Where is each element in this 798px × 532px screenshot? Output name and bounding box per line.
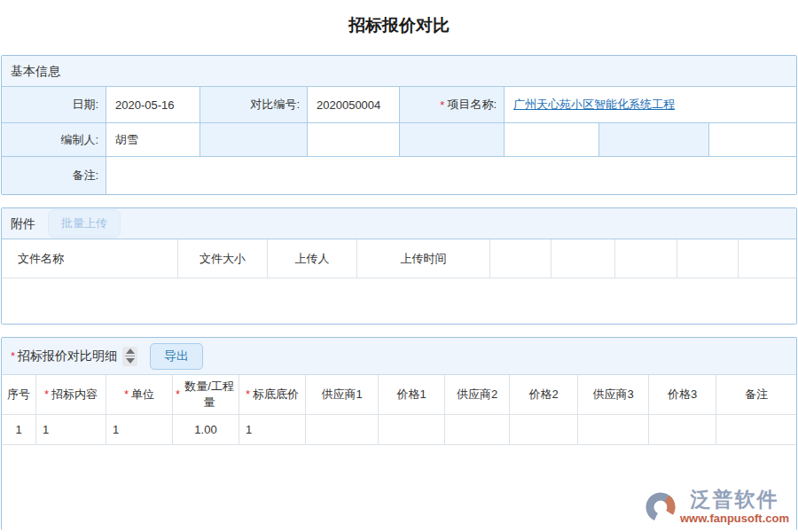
compare-no-label: 对比编号: <box>200 87 308 123</box>
sort-toggle-icon[interactable] <box>122 347 137 366</box>
sort-down-icon <box>126 358 135 364</box>
required-asterisk: * <box>246 387 250 403</box>
attachments-column-header: 上传人 <box>268 239 357 278</box>
project-name-label: * 项目名称: <box>400 87 505 123</box>
detail-column-header: 价格3 <box>649 375 716 415</box>
detail-table-cell[interactable] <box>510 415 578 445</box>
empty-value-cell <box>308 123 400 157</box>
page-title: 招标报价对比 <box>0 0 798 55</box>
detail-column-header: 序号 <box>2 375 36 415</box>
detail-table-cell[interactable] <box>379 415 445 445</box>
basic-info-section: 基本信息 日期: 2020-05-16 对比编号: 2020050004 * 项… <box>1 55 797 195</box>
detail-column-header: 供应商3 <box>578 375 649 415</box>
required-asterisk: * <box>176 387 180 403</box>
detail-table-body: 1111.001 <box>2 415 796 445</box>
project-name-cell: 广州天心苑小区智能化系统工程 <box>505 87 796 123</box>
attachments-column-header <box>677 239 739 278</box>
attachments-section: 附件 批量上传 文件名称文件大小上传人上传时间 <box>1 207 797 325</box>
detail-section: * 招标报价对比明细 导出 序号*招标内容*单位*数量/工程量*标底底价供应商1… <box>1 337 797 530</box>
sort-up-icon <box>126 348 135 354</box>
attachments-column-header: 上传时间 <box>357 239 490 278</box>
detail-table-cell[interactable]: 1 <box>239 415 306 445</box>
attachments-column-header <box>552 239 615 278</box>
project-name-label-text: 项目名称: <box>447 97 497 113</box>
attachments-column-header: 文件大小 <box>178 239 268 278</box>
detail-column-header: 供应商1 <box>306 375 379 415</box>
vendor-name: 泛普软件 <box>690 489 778 511</box>
attachments-column-header <box>615 239 677 278</box>
empty-label-cell <box>599 123 709 157</box>
detail-column-header: 供应商2 <box>445 375 510 415</box>
attachments-column-header <box>739 239 796 278</box>
detail-table-cell[interactable] <box>649 415 716 445</box>
attachments-column-header: 文件名称 <box>2 239 178 278</box>
detail-table-cell[interactable]: 1 <box>36 415 106 445</box>
remark-value[interactable] <box>106 157 796 194</box>
detail-column-header: 价格1 <box>379 375 445 415</box>
empty-value-cell <box>709 123 796 157</box>
detail-column-header: *数量/工程量 <box>173 375 239 415</box>
required-asterisk: * <box>44 387 49 403</box>
fanpu-logo-icon <box>643 489 678 524</box>
detail-table-cell[interactable]: 1 <box>2 415 36 445</box>
detail-column-header: 价格2 <box>510 375 578 415</box>
vendor-url: www.fanpusoft.com <box>680 512 789 525</box>
project-name-link[interactable]: 广州天心苑小区智能化系统工程 <box>513 97 675 113</box>
date-value[interactable]: 2020-05-16 <box>106 87 200 123</box>
compare-no-value[interactable]: 2020050004 <box>308 87 400 123</box>
detail-table-cell[interactable] <box>716 415 796 445</box>
detail-header-row: 序号*招标内容*单位*数量/工程量*标底底价供应商1价格1供应商2价格2供应商3… <box>2 375 796 415</box>
required-asterisk: * <box>440 98 444 112</box>
creator-label: 编制人: <box>2 123 106 157</box>
attachments-header-row: 文件名称文件大小上传人上传时间 <box>2 239 796 278</box>
detail-column-header: *招标内容 <box>36 375 106 415</box>
sort-separator <box>125 356 135 356</box>
date-label: 日期: <box>2 87 106 123</box>
detail-table-cell[interactable]: 1.00 <box>173 415 239 445</box>
detail-table-cell[interactable] <box>306 415 379 445</box>
vendor-logo: 泛普软件 www.fanpusoft.com <box>643 489 789 525</box>
basic-info-section-title: 基本信息 <box>2 56 796 87</box>
attachments-empty-area <box>2 278 796 324</box>
required-asterisk: * <box>124 387 129 403</box>
empty-value-cell <box>505 123 599 157</box>
detail-section-title: 招标报价对比明细 <box>18 348 117 364</box>
detail-column-header: *标底底价 <box>239 375 306 415</box>
attachments-section-title: 附件 <box>11 208 35 239</box>
attachments-column-header <box>490 239 552 278</box>
detail-table-cell[interactable]: 1 <box>106 415 173 445</box>
batch-upload-button[interactable]: 批量上传 <box>48 209 121 238</box>
detail-column-header: 备注 <box>716 375 796 415</box>
detail-table-cell[interactable] <box>578 415 649 445</box>
attachments-section-header: 附件 批量上传 <box>2 208 796 239</box>
creator-value[interactable]: 胡雪 <box>106 123 200 157</box>
empty-label-cell <box>400 123 505 157</box>
remark-label: 备注: <box>2 157 106 194</box>
basic-info-grid: 日期: 2020-05-16 对比编号: 2020050004 * 项目名称: … <box>2 87 796 194</box>
required-asterisk: * <box>11 349 15 363</box>
empty-label-cell <box>200 123 308 157</box>
export-button[interactable]: 导出 <box>150 343 203 370</box>
detail-table-cell[interactable] <box>445 415 510 445</box>
detail-section-header: * 招标报价对比明细 导出 <box>2 338 796 375</box>
detail-column-header: *单位 <box>106 375 173 415</box>
